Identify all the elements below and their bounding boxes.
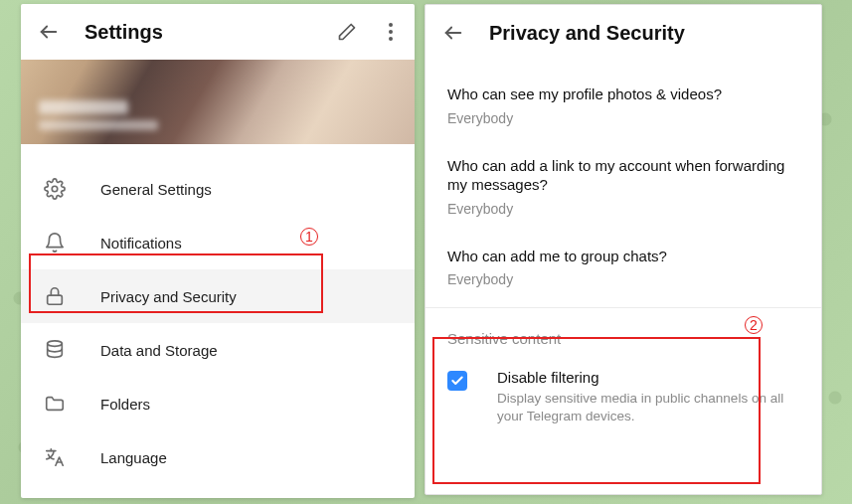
profile-name-blurred <box>39 100 158 130</box>
settings-header: Settings <box>21 4 415 60</box>
privacy-row-forward-link[interactable]: Who can add a link to my account when fo… <box>426 142 821 233</box>
disable-filtering-row[interactable]: Disable filtering Display sensitive medi… <box>426 369 821 445</box>
disable-filtering-checkbox[interactable] <box>447 371 467 391</box>
svg-point-2 <box>389 30 393 34</box>
more-vertical-icon[interactable] <box>383 20 399 44</box>
disable-filtering-label: Disable filtering <box>497 369 799 386</box>
settings-panel: Settings General Settings Notifications <box>21 4 415 498</box>
check-icon <box>450 374 464 388</box>
sidebar-item-label: Privacy and Security <box>100 288 237 305</box>
privacy-question: Who can add me to group chats? <box>447 247 799 266</box>
privacy-question: Who can add a link to my account when fo… <box>447 156 799 195</box>
sidebar-item-label: Language <box>100 449 167 466</box>
svg-point-3 <box>389 37 393 41</box>
database-icon <box>43 338 67 362</box>
back-arrow-icon[interactable] <box>37 20 61 44</box>
privacy-question: Who can see my profile photos & videos? <box>447 84 799 104</box>
settings-title: Settings <box>85 21 311 44</box>
sidebar-item-label: General Settings <box>100 181 212 198</box>
divider <box>426 307 821 308</box>
lock-icon <box>43 284 67 308</box>
privacy-value: Everybody <box>447 201 799 217</box>
annotation-number-1: 1 <box>300 228 318 246</box>
disable-filtering-desc: Display sensitive media in public channe… <box>497 390 799 425</box>
sensitive-content-section-title: Sensitive content <box>426 330 821 347</box>
bell-icon <box>43 231 67 254</box>
svg-point-1 <box>389 23 393 27</box>
folder-icon <box>43 392 67 416</box>
privacy-header: Privacy and Security <box>426 5 821 61</box>
annotation-number-2: 2 <box>745 316 763 334</box>
settings-menu: General Settings Notifications Privacy a… <box>21 144 415 484</box>
sidebar-item-language[interactable]: Language <box>21 430 415 484</box>
profile-banner[interactable] <box>21 60 415 144</box>
privacy-row-groups[interactable]: Who can add me to group chats? Everybody <box>426 233 821 304</box>
sidebar-item-notifications[interactable]: Notifications <box>21 216 415 269</box>
sidebar-item-privacy[interactable]: Privacy and Security <box>21 269 415 323</box>
back-arrow-icon[interactable] <box>441 21 465 45</box>
sidebar-item-label: Data and Storage <box>100 342 218 359</box>
gear-icon <box>43 177 67 201</box>
privacy-value: Everybody <box>447 110 799 126</box>
privacy-title: Privacy and Security <box>489 22 805 45</box>
privacy-row-photos[interactable]: Who can see my profile photos & videos? … <box>426 71 821 142</box>
privacy-value: Everybody <box>447 271 799 287</box>
edit-pencil-icon[interactable] <box>335 20 359 44</box>
sidebar-item-data[interactable]: Data and Storage <box>21 323 415 377</box>
sidebar-item-folders[interactable]: Folders <box>21 377 415 430</box>
sidebar-item-label: Folders <box>100 396 150 413</box>
privacy-panel: Privacy and Security Who can see my prof… <box>425 4 822 495</box>
svg-point-6 <box>48 341 63 347</box>
sidebar-item-label: Notifications <box>100 235 182 252</box>
svg-rect-5 <box>48 295 63 304</box>
sidebar-item-general[interactable]: General Settings <box>21 162 415 216</box>
svg-point-4 <box>52 186 58 192</box>
language-icon <box>43 445 67 469</box>
